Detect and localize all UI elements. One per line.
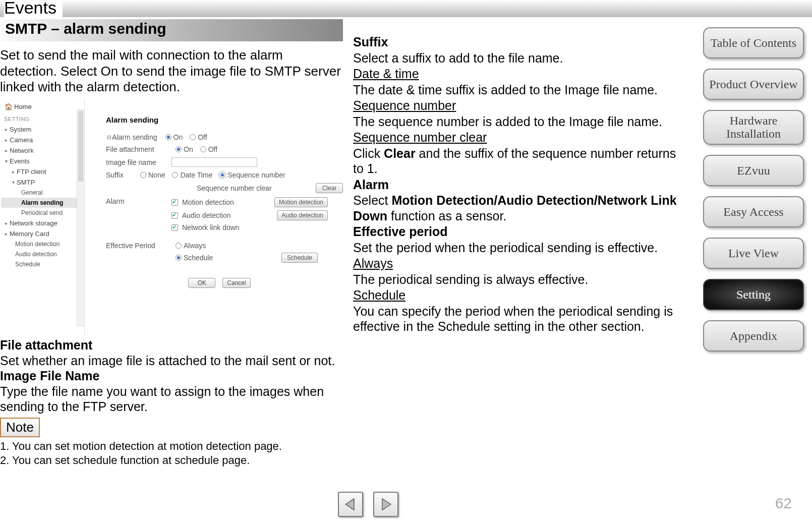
always-radio[interactable] xyxy=(176,243,182,249)
alarm-sending-on-radio[interactable] xyxy=(165,134,171,140)
prev-page-button[interactable] xyxy=(338,492,363,517)
arrow-left-icon xyxy=(343,497,358,511)
next-page-button[interactable] xyxy=(373,492,398,517)
suffix-heading: Suffix xyxy=(353,34,686,50)
alarm-sending-label: Alarm sending xyxy=(112,133,157,141)
file-attachment-heading: File attachment xyxy=(0,337,343,353)
suffix-seq-radio[interactable] xyxy=(219,172,225,178)
alarm-heading: Alarm xyxy=(353,177,686,193)
always-subheading: Always xyxy=(353,256,393,271)
alarm-label: Alarm xyxy=(106,197,171,205)
tree-periodical[interactable]: Periodical send xyxy=(1,208,83,218)
tree-motion-det[interactable]: Motion detection xyxy=(1,239,83,249)
suffix-datetime-radio[interactable] xyxy=(172,172,178,178)
tree-system[interactable]: ▸System xyxy=(1,124,83,135)
alarm-sending-off-radio[interactable] xyxy=(190,134,196,140)
note-1: 1. You can set motion detection at motio… xyxy=(0,439,343,453)
chevron-down-icon: ▾ xyxy=(12,180,15,185)
file-attach-off-radio[interactable] xyxy=(200,146,206,152)
tree-camera-label: Camera xyxy=(10,136,33,144)
svg-marker-1 xyxy=(382,499,391,510)
nav-toc[interactable]: Table of Contents xyxy=(703,27,804,59)
nav-product-overview[interactable]: Product Overview xyxy=(703,69,804,100)
seqclear-subheading: Sequence number clear xyxy=(353,130,487,145)
tree-net-storage[interactable]: ▸Network storage xyxy=(1,218,83,228)
nav-easy-access[interactable]: Easy Access xyxy=(703,196,804,227)
tree-home-label: Home xyxy=(14,103,32,110)
suffix-none-radio[interactable] xyxy=(140,172,146,178)
audio-detection-button[interactable]: Audio detection xyxy=(277,210,328,220)
schedule-text: You can specify the period when the peri… xyxy=(353,304,686,334)
motion-detection-button[interactable]: Motion detection xyxy=(274,197,328,207)
image-file-name-text: Type the file name you want to assign to… xyxy=(0,384,343,415)
netlink-label: Network link down xyxy=(182,223,240,231)
seqclear-text: Click Clear and the suffix of the sequen… xyxy=(353,146,686,177)
tree-smtp[interactable]: ▾SMTP xyxy=(1,177,83,188)
tree-home[interactable]: 🏠Home xyxy=(1,101,83,112)
image-file-name-heading: Image File Name xyxy=(0,368,343,384)
sidebar-scrollbar[interactable] xyxy=(77,109,85,326)
file-attach-on-radio[interactable] xyxy=(176,146,182,152)
chevron-right-icon: ▸ xyxy=(5,127,8,132)
tree-sidebar: 🏠Home SETTING ▸System ▸Camera ▸Network ▾… xyxy=(0,98,85,335)
schedule-radio[interactable] xyxy=(176,255,182,261)
tree-camera[interactable]: ▸Camera xyxy=(1,135,83,145)
tree-network[interactable]: ▸Network xyxy=(1,145,83,156)
netlink-checkbox[interactable] xyxy=(171,224,178,231)
suffix-label: Suffix xyxy=(106,171,136,179)
seq-clear-label: Sequence number clear xyxy=(197,184,272,192)
suffix-datetime-label: Date Time xyxy=(180,171,212,179)
collapse-icon[interactable]: ⊟ xyxy=(106,133,112,141)
motion-checkbox[interactable] xyxy=(171,199,178,206)
tree-alarm-sending[interactable]: Alarm sending xyxy=(1,198,83,208)
image-file-name-label: Image file name xyxy=(106,158,171,166)
page-number: 62 xyxy=(775,495,792,512)
nav-setting[interactable]: Setting xyxy=(703,279,804,310)
clear-button[interactable]: Clear xyxy=(316,183,343,193)
svg-marker-0 xyxy=(345,499,354,510)
tree-events[interactable]: ▾Events xyxy=(1,156,83,166)
nav-appendix[interactable]: Appendix xyxy=(703,320,804,352)
tree-memory-card[interactable]: ▸Memory Card xyxy=(1,228,83,239)
tree-memory-label: Memory Card xyxy=(10,230,49,238)
arrow-right-icon xyxy=(379,497,393,511)
cancel-button[interactable]: Cancel xyxy=(222,278,250,288)
suffix-none-label: None xyxy=(148,171,165,179)
file-attachment-text: Set whether an image file is attached to… xyxy=(0,353,343,369)
section-header: SMTP – alarm sending xyxy=(0,19,343,41)
motion-det-label: Motion detection xyxy=(182,198,234,206)
tree-ftp[interactable]: ▸FTP client xyxy=(1,166,83,177)
tree-general[interactable]: General xyxy=(1,188,83,198)
image-file-name-input[interactable] xyxy=(171,157,257,167)
nav-hardware-installation[interactable]: Hardware Installation xyxy=(703,110,804,145)
schedule-button[interactable]: Schedule xyxy=(281,253,318,263)
chevron-right-icon: ▸ xyxy=(5,220,8,226)
nav-ezvuu[interactable]: EZvuu xyxy=(703,155,804,186)
nav-live-view[interactable]: Live View xyxy=(703,238,804,269)
pane-title: Alarm sending xyxy=(106,115,333,124)
schedule-subheading: Schedule xyxy=(353,287,405,303)
seqnum-subheading: Sequence number xyxy=(353,98,456,113)
datetime-subheading: Date & time xyxy=(353,66,419,82)
tree-schedule[interactable]: Schedule xyxy=(1,259,83,269)
always-label: Always xyxy=(184,242,206,250)
audio-checkbox[interactable] xyxy=(171,212,178,219)
suffix-text: Select a suffix to add to the file name. xyxy=(353,50,686,66)
settings-screenshot: 🏠Home SETTING ▸System ▸Camera ▸Network ▾… xyxy=(0,98,338,335)
audio-det-label: Audio detection xyxy=(182,211,231,219)
note-button[interactable]: Note xyxy=(0,418,40,438)
tree-smtp-label: SMTP xyxy=(17,179,35,186)
tree-audio-det[interactable]: Audio detection xyxy=(1,249,83,259)
tree-network-label: Network xyxy=(10,147,34,154)
chevron-right-icon: ▸ xyxy=(5,137,8,143)
chevron-right-icon: ▸ xyxy=(12,169,15,175)
section-intro: Set to send the mail with connection to … xyxy=(0,41,343,98)
off-label-2: Off xyxy=(208,145,217,153)
chevron-right-icon: ▸ xyxy=(5,148,8,153)
tree-heading-setting: SETTING xyxy=(1,112,83,124)
file-attachment-label: File attachment xyxy=(106,145,171,153)
datetime-text: The date & time suffix is added to the I… xyxy=(353,82,686,98)
ok-button[interactable]: OK xyxy=(188,278,215,288)
effective-period-heading: Effective period xyxy=(353,224,686,240)
seqnum-text: The sequence number is added to the Imag… xyxy=(353,114,686,130)
